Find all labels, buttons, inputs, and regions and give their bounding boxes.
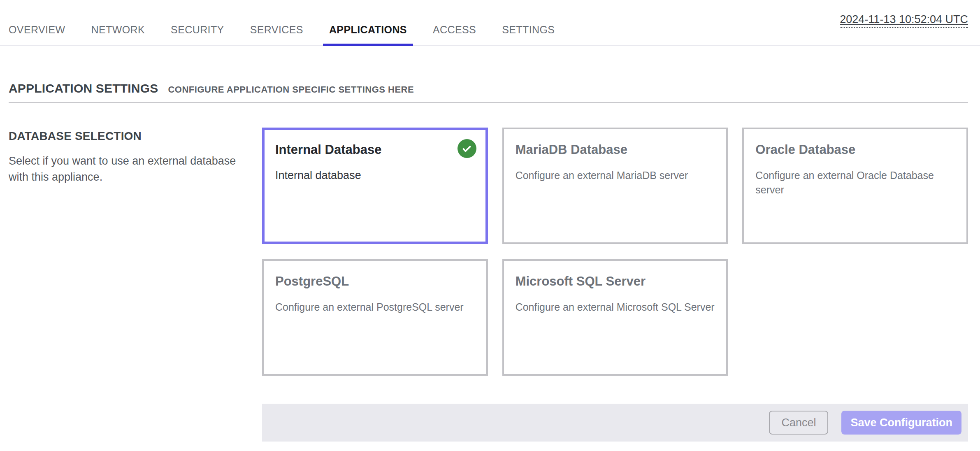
save-configuration-button[interactable]: Save Configuration <box>841 411 961 435</box>
database-selection-description: Select if you want to use an external da… <box>9 153 242 185</box>
card-description: Internal database <box>275 168 475 183</box>
card-mariadb-database[interactable]: MariaDB Database Configure an external M… <box>502 128 728 244</box>
card-microsoft-sql-server[interactable]: Microsoft SQL Server Configure an extern… <box>502 259 728 376</box>
tab-overview[interactable]: OVERVIEW <box>2 0 72 45</box>
card-postgresql[interactable]: PostgreSQL Configure an external Postgre… <box>262 259 488 376</box>
database-option-grid: Internal Database Internal database Mari… <box>262 128 968 376</box>
card-title: MariaDB Database <box>516 142 715 158</box>
timestamp-link[interactable]: 2024-11-13 10:52:04 UTC <box>840 13 968 28</box>
card-description: Configure an external PostgreSQL server <box>275 300 475 314</box>
page-title: APPLICATION SETTINGS <box>9 81 158 95</box>
cancel-button[interactable]: Cancel <box>769 411 828 435</box>
tab-settings[interactable]: SETTINGS <box>496 0 561 45</box>
card-title: PostgreSQL <box>275 274 475 289</box>
tab-applications[interactable]: APPLICATIONS <box>323 0 413 45</box>
card-oracle-database[interactable]: Oracle Database Configure an external Or… <box>742 128 968 244</box>
tab-security[interactable]: SECURITY <box>165 0 230 45</box>
section-header: APPLICATION SETTINGS CONFIGURE APPLICATI… <box>9 81 968 103</box>
card-internal-database[interactable]: Internal Database Internal database <box>262 128 488 244</box>
card-description: Configure an external Oracle Database se… <box>755 168 955 197</box>
card-description: Configure an external MariaDB server <box>516 168 715 183</box>
application-settings-content: DATABASE SELECTION Select if you want to… <box>9 128 968 376</box>
page-subtitle: CONFIGURE APPLICATION SPECIFIC SETTINGS … <box>168 84 414 95</box>
card-title: Oracle Database <box>755 142 955 158</box>
database-selection-info: DATABASE SELECTION Select if you want to… <box>9 128 262 376</box>
card-description: Configure an external Microsoft SQL Serv… <box>516 300 715 314</box>
card-title: Microsoft SQL Server <box>516 274 715 289</box>
selected-check-icon <box>457 139 476 158</box>
tab-list: OVERVIEWNETWORKSECURITYSERVICESAPPLICATI… <box>2 0 561 45</box>
tab-access[interactable]: ACCESS <box>427 0 482 45</box>
card-title: Internal Database <box>275 142 475 158</box>
top-tab-bar: OVERVIEWNETWORKSECURITYSERVICESAPPLICATI… <box>0 0 980 46</box>
action-bar: Cancel Save Configuration <box>262 404 968 442</box>
tab-network[interactable]: NETWORK <box>85 0 151 45</box>
tab-services[interactable]: SERVICES <box>244 0 309 45</box>
database-selection-title: DATABASE SELECTION <box>9 129 242 143</box>
